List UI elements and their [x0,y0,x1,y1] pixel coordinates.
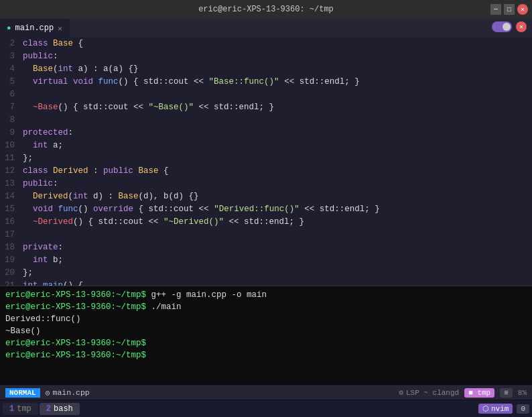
status-file: ⊙ main.cpp [46,388,90,398]
vim-mode: NORMAL [5,388,40,398]
maximize-button[interactable]: □ [504,4,515,15]
line-numbers: 2 3 4 5 6 7 8 9 10 11 12 13 14 15 16 17 … [0,38,20,286]
count-value: 0 [521,405,525,413]
bottom-bar: 1 tmp 2 bash ⬡ nvim 0 [0,400,532,417]
gear-icon: ⚙ [399,388,403,397]
code-line-4: Base(int a) : a(a) {} [23,63,532,76]
count-badge: 0 [517,404,529,414]
nvim-label: nvim [491,405,509,413]
tab-num-2: 2 [46,404,51,414]
tab-main-cpp[interactable]: ● main.cpp ✕ [0,19,70,38]
lsp-label: LSP ~ clangd [406,389,459,397]
scroll-percent: 8% [518,389,527,397]
editor-area: 2 3 4 5 6 7 8 9 10 11 12 13 14 15 16 17 … [0,38,532,286]
tab-label: main.cpp [15,23,54,33]
code-line-9: protected: [23,127,532,139]
minimize-button[interactable]: ─ [490,4,501,15]
file-icon: ⊙ [46,388,50,398]
bottom-tab-bash[interactable]: 2 bash [40,403,80,415]
toggle-knob [503,23,511,31]
tab-label-bash: bash [54,404,73,414]
terminal-line-6: eric@eric-XPS-13-9360:~/tmp$ [5,349,527,361]
bar-icon-badge: ≡ [500,388,513,398]
top-close-button[interactable]: ✕ [516,21,527,32]
terminal[interactable]: eric@eric-XPS-13-9360:~/tmp$ g++ -g main… [0,286,532,385]
tab-num-1: 1 [9,404,14,414]
top-right-controls: ✕ [492,21,527,32]
code-content[interactable]: class Base { public: Base(int a) : a(a) … [20,38,532,286]
bottom-right: ⬡ nvim 0 [478,404,529,414]
code-line-20: }; [23,267,532,280]
window-title: eric@eric-XPS-13-9360: ~/tmp [198,5,334,14]
code-line-17 [23,229,532,241]
window-controls: ─ □ ✕ [490,4,528,15]
code-line-3: public: [23,50,532,63]
code-line-5: virtual void func() { std::cout << "Base… [23,76,532,88]
code-line-2: class Base { [23,38,532,50]
code-line-6 [23,88,532,101]
branch-label: ■ tmp [464,388,494,398]
nvim-icon: ⬡ [482,404,489,413]
code-line-19: int b; [23,254,532,267]
tab-icon: ● [7,24,11,32]
tab-label-tmp: tmp [17,404,31,414]
code-line-7: ~Base() { std::cout << "~Base()" << std:… [23,101,532,114]
code-line-14: Derived(int d) : Base(d), b(d) {} [23,190,532,203]
tab-bar: ● main.cpp ✕ ✕ [0,19,532,38]
terminal-line-2: eric@eric-XPS-13-9360:~/tmp$ ./main [5,301,527,313]
status-right: ⚙ LSP ~ clangd ■ tmp ≡ 8% [399,388,527,398]
code-line-11: }; [23,152,532,165]
terminal-line-4: ~Base() [5,325,527,337]
branch-icon: ■ [468,389,473,397]
title-bar: eric@eric-XPS-13-9360: ~/tmp ─ □ ✕ [0,0,532,19]
code-line-21: int main() { [23,280,532,286]
code-line-15: void func() override { std::cout << "Der… [23,203,532,216]
tab-close-button[interactable]: ✕ [58,24,62,33]
lsp-status: ⚙ LSP ~ clangd [399,388,459,397]
file-name: main.cpp [53,388,90,397]
bottom-tab-tmp[interactable]: 1 tmp [3,403,38,415]
code-line-16: ~Derived() { std::cout << "~Derived()" <… [23,216,532,229]
code-line-18: private: [23,241,532,254]
terminal-line-1: eric@eric-XPS-13-9360:~/tmp$ g++ -g main… [5,289,527,301]
code-line-10: int a; [23,139,532,152]
terminal-line-3: Derived::func() [5,313,527,325]
nvim-badge: ⬡ nvim [478,404,513,414]
code-line-8 [23,114,532,127]
status-bar: NORMAL ⊙ main.cpp ⚙ LSP ~ clangd ■ tmp ≡… [0,385,532,400]
toggle-switch[interactable] [492,21,512,32]
close-button[interactable]: ✕ [517,4,528,15]
code-line-12: class Derived : public Base { [23,165,532,178]
code-line-13: public: [23,178,532,190]
terminal-line-5: eric@eric-XPS-13-9360:~/tmp$ [5,337,527,349]
